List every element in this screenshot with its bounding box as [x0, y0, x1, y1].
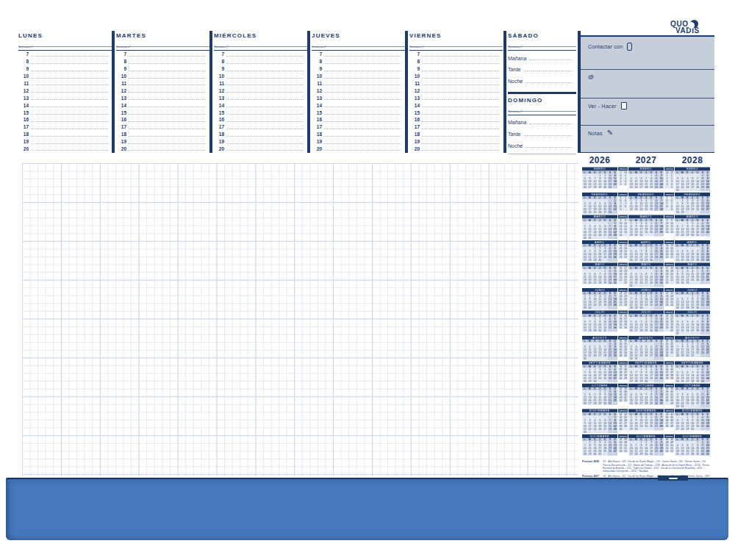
day-cell: 31 — [659, 402, 664, 405]
hour-line — [31, 107, 108, 107]
hour-line — [422, 143, 499, 144]
hour-label: 17 — [312, 125, 322, 131]
week-strip-grid: 3031313232333334343535 — [664, 340, 674, 357]
day-cell: 29 — [628, 428, 634, 431]
month-grid: LMXJVSD123456789101112131415161718192021… — [675, 315, 710, 335]
day-cell: 30 — [705, 259, 710, 262]
hour-line — [422, 99, 499, 100]
day-cell — [705, 306, 710, 309]
day-cell: 27 — [653, 208, 659, 211]
day-cell — [653, 259, 659, 262]
day-cell: 29 — [628, 234, 634, 237]
month-grid: LMXJVSD123456789101112131415161718192021… — [582, 267, 617, 284]
hour-line — [226, 92, 304, 93]
month-grid: LMXJVSD123456789101112131415161718192021… — [675, 196, 710, 214]
hour-row: 14 — [409, 101, 503, 109]
weekday-column: MARTESSemana nº7891011121314151617181920 — [116, 31, 209, 153]
hour-row: 8 — [116, 58, 209, 65]
weekday-column: VIERNESSemana nº789101112131415161718192… — [409, 31, 503, 153]
day-cell — [639, 284, 644, 287]
hour-label: 20 — [312, 147, 322, 153]
hour-row: 7 — [409, 51, 503, 58]
hour-label: 16 — [18, 118, 29, 123]
hour-line — [226, 71, 304, 71]
desk-planner-sheet: © COPYRIGHT by QUO VADIS QUO VADIS LUNES… — [0, 0, 735, 560]
day-cell: 26 — [582, 402, 587, 405]
week-strip: semana99101011111212131314 — [618, 215, 628, 237]
mini-month: FEBREROLMXJVSD12345678910111213141516171… — [582, 193, 617, 214]
hour-label: 12 — [116, 89, 126, 95]
day-cell: 27 — [639, 186, 644, 189]
hour-line — [226, 143, 304, 144]
hour-row: 9 — [18, 65, 112, 73]
day-cell — [680, 332, 685, 335]
day-cell: 26 — [634, 186, 639, 189]
day-cell: 31 — [695, 234, 700, 237]
day-cell — [602, 453, 607, 456]
hour-label: 13 — [116, 96, 126, 102]
hours-list: 7891011121314151617181920 — [214, 50, 307, 152]
hour-label: 16 — [214, 118, 224, 123]
day-cell — [602, 357, 607, 360]
week-strip-grid: 3939404041414242434344 — [664, 387, 674, 405]
day-cell: 28 — [690, 380, 695, 383]
month-grid: LMXJVSD123456789101112131415161718192021… — [675, 413, 710, 431]
month-grid: LMXJVSD123456789101112131415161718192021… — [628, 267, 664, 287]
mini-month: SEPTIEMBRELMXJVSD12345678910111213141516… — [582, 362, 617, 383]
mini-month: ABRILLMXJVSD1234567891011121314151617181… — [675, 240, 710, 262]
mini-month: SEPTIEMBRELMXJVSD12345678910111213141516… — [675, 362, 710, 383]
day-cell — [695, 189, 700, 192]
week-number: 39 — [623, 377, 628, 380]
day-cell: 30 — [644, 380, 649, 383]
hour-line — [129, 129, 206, 129]
day-cell: 29 — [695, 453, 700, 456]
day-cell — [690, 189, 695, 192]
day-cell: 30 — [634, 428, 639, 431]
day-cell — [607, 380, 612, 383]
hour-row: 17 — [116, 123, 209, 131]
day-cell: 28 — [598, 281, 603, 284]
day-cell: 30 — [592, 380, 598, 383]
column-divider-bar — [405, 31, 408, 153]
hour-label: 9 — [312, 67, 322, 73]
hour-row: 18 — [214, 131, 307, 138]
hour-row: 12 — [18, 87, 112, 94]
day-cell: 31 — [675, 332, 680, 335]
week-strip-grid: 27262827292830293130 — [618, 315, 628, 329]
day-cell: 25 — [675, 380, 680, 383]
day-cell: 24 — [587, 211, 592, 214]
hour-line — [422, 114, 499, 115]
week-strip: semana49485049515052515352 — [618, 434, 628, 453]
day-cell — [653, 357, 659, 360]
hour-row: 10 — [116, 73, 209, 80]
day-cell: 31 — [680, 405, 685, 408]
hours-list: 7891011121314151617181920 — [409, 50, 503, 152]
day-cell: 29 — [587, 453, 592, 456]
week-number: 39 — [670, 377, 675, 380]
hour-label: 9 — [214, 67, 224, 73]
day-cell: 28 — [680, 428, 685, 431]
month-grid: LMXJVSD123456789101112131415161718192021… — [675, 244, 710, 262]
day-cell: 29 — [680, 354, 685, 357]
hour-label: 14 — [409, 104, 420, 110]
month-grid: LMXJVSD123456789101112131415161718192021… — [582, 196, 617, 214]
day-cell — [602, 237, 607, 240]
hour-label: 12 — [312, 89, 322, 95]
week-number-label: Semana nº — [312, 40, 405, 44]
hour-row: 20 — [312, 146, 405, 153]
day-cell: 28 — [690, 453, 695, 456]
day-cell — [644, 284, 649, 287]
mini-month: DICIEMBRELMXJVSD123456789101112131415161… — [628, 434, 664, 456]
hour-label: 8 — [409, 60, 420, 65]
day-cell: 27 — [587, 186, 592, 189]
week-number: 22 — [623, 281, 628, 284]
day-cell — [612, 237, 617, 240]
hour-row: 20 — [116, 146, 209, 153]
day-cell: 31 — [628, 284, 634, 287]
day-cell — [695, 405, 700, 408]
day-cell — [612, 329, 617, 332]
hour-label: 18 — [116, 132, 126, 138]
day-cell — [705, 428, 710, 431]
day-cell: 31 — [612, 281, 617, 284]
day-cell: 30 — [700, 453, 705, 456]
